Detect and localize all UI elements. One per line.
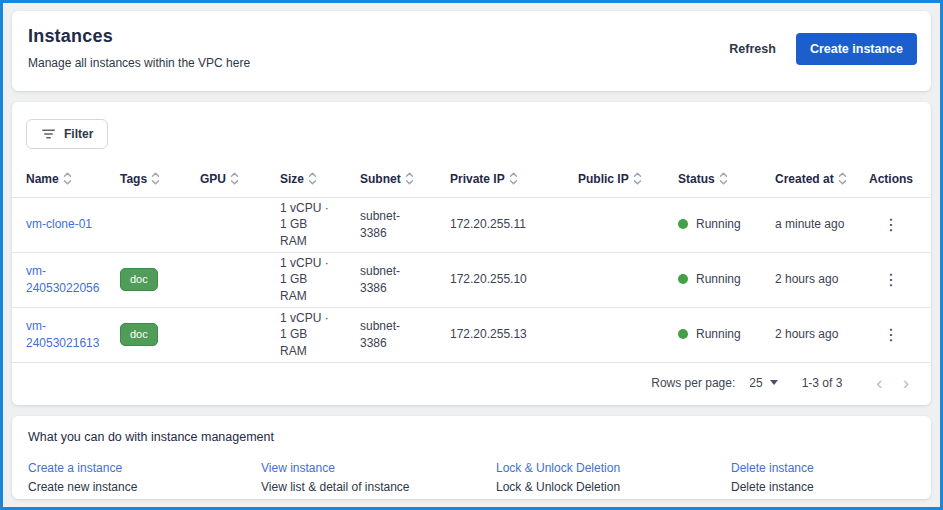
filter-button[interactable]: Filter bbox=[26, 119, 108, 149]
info-link[interactable]: Create a instance bbox=[28, 461, 122, 475]
sort-icon bbox=[838, 172, 847, 185]
page-title: Instances bbox=[28, 26, 250, 47]
sort-icon bbox=[405, 172, 414, 185]
size-cell: 1 vCPU · 1 GB RAM bbox=[272, 197, 352, 252]
column-header[interactable]: GPU bbox=[192, 161, 272, 197]
rows-per-page-select[interactable]: 25 bbox=[749, 376, 777, 390]
column-header[interactable]: Size bbox=[272, 161, 352, 197]
refresh-button[interactable]: Refresh bbox=[729, 42, 776, 56]
subnet-cell: subnet-3386 bbox=[352, 197, 442, 252]
info-link-description: Create new instance bbox=[28, 480, 261, 494]
info-link[interactable]: View instance bbox=[261, 461, 335, 475]
more-vertical-icon: ⋮ bbox=[883, 216, 899, 233]
gpu-cell bbox=[192, 307, 272, 362]
status-dot-icon bbox=[678, 219, 688, 229]
column-header-label: Private IP bbox=[450, 172, 505, 186]
info-link-description: Delete instance bbox=[731, 480, 917, 494]
filter-icon bbox=[41, 128, 56, 140]
private-ip-cell: 172.20.255.10 bbox=[442, 252, 570, 307]
more-vertical-icon: ⋮ bbox=[883, 326, 899, 343]
status-dot-icon bbox=[678, 274, 688, 284]
instance-row: vm-24053021613 doc 1 vCPU · 1 GB RAM sub… bbox=[12, 307, 931, 362]
status-cell: Running bbox=[670, 197, 767, 252]
status-label: Running bbox=[696, 216, 741, 232]
status-label: Running bbox=[696, 326, 741, 342]
status-label: Running bbox=[696, 271, 741, 287]
public-ip-cell bbox=[570, 252, 670, 307]
private-ip-cell: 172.20.255.13 bbox=[442, 307, 570, 362]
gpu-cell bbox=[192, 197, 272, 252]
create-instance-button[interactable]: Create instance bbox=[796, 33, 917, 65]
next-page-button[interactable]: › bbox=[893, 373, 919, 392]
tags-cell: doc bbox=[112, 307, 192, 362]
tag-chip: doc bbox=[120, 323, 158, 347]
instances-table: Name Tags GPU Size bbox=[12, 161, 931, 363]
column-header-label: Tags bbox=[120, 172, 147, 186]
column-header-label: Size bbox=[280, 172, 304, 186]
row-actions-button[interactable]: ⋮ bbox=[877, 323, 905, 347]
column-header[interactable]: Created at bbox=[767, 161, 861, 197]
created-at-cell: a minute ago bbox=[767, 197, 861, 252]
column-header-label: Public IP bbox=[578, 172, 629, 186]
column-header: Actions bbox=[861, 161, 931, 197]
header-actions: Refresh Create instance bbox=[729, 33, 917, 65]
info-link[interactable]: Delete instance bbox=[731, 461, 814, 475]
instance-row: vm-clone-01 1 vCPU · 1 GB RAM subnet-338… bbox=[12, 197, 931, 252]
page-header: Instances Manage all instances within th… bbox=[12, 11, 931, 91]
column-header[interactable]: Public IP bbox=[570, 161, 670, 197]
sort-icon bbox=[63, 172, 72, 185]
rows-per-page-label: Rows per page: bbox=[651, 376, 735, 390]
status-cell: Running bbox=[670, 307, 767, 362]
page-subtitle: Manage all instances within the VPC here bbox=[28, 56, 250, 70]
column-header[interactable]: Subnet bbox=[352, 161, 442, 197]
status-dot-icon bbox=[678, 329, 688, 339]
column-header[interactable]: Tags bbox=[112, 161, 192, 197]
column-header-label: Actions bbox=[869, 172, 913, 186]
subnet-cell: subnet-3386 bbox=[352, 252, 442, 307]
instance-name-link[interactable]: vm-24053022056 bbox=[26, 263, 104, 295]
info-link-description: Lock & Unlock Deletion bbox=[496, 480, 731, 494]
tag-chip: doc bbox=[120, 268, 158, 292]
instances-page: Instances Manage all instances within th… bbox=[3, 3, 940, 507]
instances-table-card: Filter Name Tags GPU bbox=[12, 102, 931, 405]
public-ip-cell bbox=[570, 307, 670, 362]
info-heading: What you can do with instance management bbox=[28, 430, 917, 444]
tags-cell bbox=[112, 197, 192, 252]
row-actions-button[interactable]: ⋮ bbox=[877, 268, 905, 292]
status-cell: Running bbox=[670, 252, 767, 307]
info-link-item: Delete instance Delete instance bbox=[731, 458, 917, 494]
actions-cell: ⋮ bbox=[861, 307, 931, 362]
info-link[interactable]: Lock & Unlock Deletion bbox=[496, 461, 620, 475]
column-header[interactable]: Status bbox=[670, 161, 767, 197]
previous-page-button[interactable]: ‹ bbox=[866, 373, 892, 392]
column-header-label: Status bbox=[678, 172, 715, 186]
actions-cell: ⋮ bbox=[861, 252, 931, 307]
column-header[interactable]: Name bbox=[12, 161, 112, 197]
dropdown-caret-icon bbox=[770, 380, 778, 385]
size-cell: 1 vCPU · 1 GB RAM bbox=[272, 252, 352, 307]
subnet-cell: subnet-3386 bbox=[352, 307, 442, 362]
pagination-range: 1-3 of 3 bbox=[802, 376, 843, 390]
created-at-cell: 2 hours ago bbox=[767, 252, 861, 307]
sort-icon bbox=[308, 172, 317, 185]
table-header-row: Name Tags GPU Size bbox=[12, 161, 931, 197]
instance-name-link[interactable]: vm-24053021613 bbox=[26, 318, 104, 350]
table-body: vm-clone-01 1 vCPU · 1 GB RAM subnet-338… bbox=[12, 197, 931, 362]
column-header[interactable]: Private IP bbox=[442, 161, 570, 197]
size-cell: 1 vCPU · 1 GB RAM bbox=[272, 307, 352, 362]
sort-icon bbox=[633, 172, 642, 185]
public-ip-cell bbox=[570, 197, 670, 252]
instance-name-link[interactable]: vm-clone-01 bbox=[26, 216, 92, 232]
row-actions-button[interactable]: ⋮ bbox=[877, 213, 905, 237]
page-header-text: Instances Manage all instances within th… bbox=[28, 26, 250, 70]
column-header-label: Subnet bbox=[360, 172, 401, 186]
private-ip-cell: 172.20.255.11 bbox=[442, 197, 570, 252]
pagination-bar: Rows per page: 25 1-3 of 3 ‹ › bbox=[12, 363, 931, 403]
info-link-item: Create a instance Create new instance bbox=[28, 458, 261, 494]
more-vertical-icon: ⋮ bbox=[883, 271, 899, 288]
filter-button-label: Filter bbox=[64, 127, 93, 141]
chevron-right-icon: › bbox=[903, 372, 909, 393]
actions-cell: ⋮ bbox=[861, 197, 931, 252]
info-link-item: Lock & Unlock Deletion Lock & Unlock Del… bbox=[496, 458, 731, 494]
info-link-item: View instance View list & detail of inst… bbox=[261, 458, 496, 494]
